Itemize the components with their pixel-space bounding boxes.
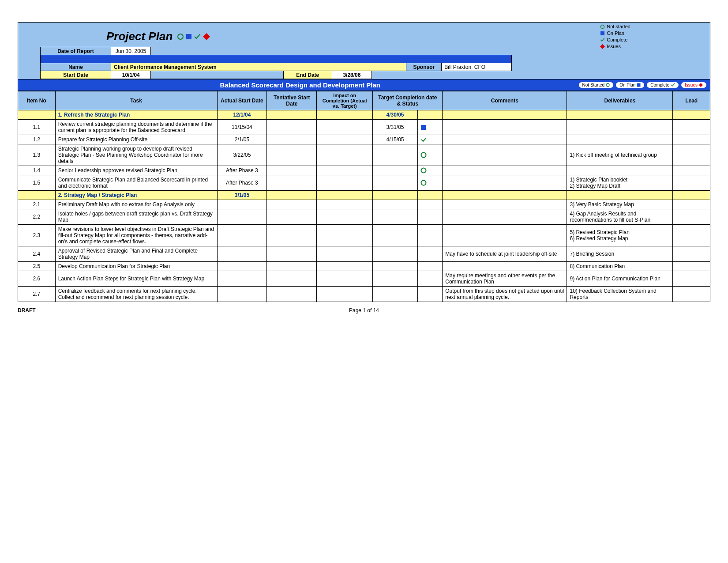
- col-lead: Lead: [673, 91, 710, 110]
- cell-deliverables: 8) Communication Plan: [567, 262, 673, 271]
- cell-status-icon: [417, 225, 442, 246]
- cell-impact: [317, 246, 373, 262]
- cell-lead: [673, 120, 710, 135]
- cell-deliverables: [567, 166, 673, 175]
- table-row: 2.6Launch Action Plan Steps for Strategi…: [18, 271, 710, 287]
- cell-status-icon: [417, 144, 442, 166]
- blue-separator: [41, 55, 512, 63]
- cell-task: Communicate Strategic Plan and Balanced …: [55, 175, 217, 191]
- cell-target-date: [373, 287, 418, 302]
- cell-target-date: [373, 225, 418, 246]
- cell-comments: [443, 175, 567, 191]
- cell-deliverables: 1) Kick off meeting of technical group: [567, 144, 673, 166]
- cell-status-icon: [417, 175, 442, 191]
- pill-issues: Issues: [681, 82, 706, 88]
- cell-item-no: 1.4: [18, 166, 56, 175]
- section-title: Balanced Scorecard Design and Developmen…: [22, 81, 579, 89]
- col-impact: Impact on Completion (Actual vs. Target): [317, 91, 373, 110]
- cell-actual-start: [217, 200, 267, 209]
- svg-marker-8: [699, 83, 703, 87]
- cell-impact: [317, 271, 373, 287]
- section-target: [373, 191, 418, 200]
- table-row: 1.2Prepare for Strategic Planning Off-si…: [18, 135, 710, 144]
- cell-actual-start: After Phase 3: [217, 175, 267, 191]
- cell-status-icon: [417, 271, 442, 287]
- cell-item-no: 2.6: [18, 271, 56, 287]
- cell-status-icon: [417, 287, 442, 302]
- svg-point-6: [606, 83, 609, 87]
- cell-impact: [317, 166, 373, 175]
- cell-tentative-start: [267, 120, 317, 135]
- cell-comments: [443, 262, 567, 271]
- cell-lead: [673, 209, 710, 225]
- square-icon: [186, 34, 192, 40]
- cell-lead: [673, 262, 710, 271]
- meta-block: Date of Report Jun 30, 2005 Name Client …: [40, 47, 710, 79]
- cell-task: Make revisions to lower level objectives…: [55, 225, 217, 246]
- table-row: 2.5Develop Communication Plan for Strate…: [18, 262, 710, 271]
- cell-task: Approval of Revised Strategic Plan and F…: [55, 246, 217, 262]
- pill-not-started: Not Started: [579, 82, 614, 88]
- table-row: 1.3Strategic Planning working group to d…: [18, 144, 710, 166]
- legend-not-started: Not started: [600, 23, 630, 30]
- svg-rect-9: [421, 125, 426, 130]
- circle-icon: [177, 33, 184, 40]
- cell-item-no: 2.2: [18, 209, 56, 225]
- section-label: 2. Strategy Map / Strategic Plan: [55, 191, 217, 200]
- start-date-label: Start Date: [41, 71, 111, 79]
- cell-tentative-start: [267, 175, 317, 191]
- section-actual-start: 12/1/04: [217, 110, 267, 120]
- cell-target-date: [373, 175, 418, 191]
- cell-deliverables: 9) Action Plan for Communication Plan: [567, 271, 673, 287]
- legend-not-started-label: Not started: [607, 23, 630, 30]
- col-comments: Comments: [443, 91, 567, 110]
- col-item-no: Item No: [18, 91, 56, 110]
- cell-lead: [673, 287, 710, 302]
- cell-status-icon: [417, 246, 442, 262]
- cell-item-no: 2.5: [18, 262, 56, 271]
- cell-comments: [443, 209, 567, 225]
- cell-actual-start: After Phase 3: [217, 166, 267, 175]
- project-grid: Item No Task Actual Start Date Tentative…: [18, 91, 710, 302]
- cell-impact: [317, 120, 373, 135]
- svg-marker-2: [203, 33, 210, 40]
- section-header-row: 2. Strategy Map / Strategic Plan3/1/05: [18, 191, 710, 200]
- table-row: 1.4Senior Leadership approves revised St…: [18, 166, 710, 175]
- cell-target-date: [373, 209, 418, 225]
- title-status-icons: [177, 33, 210, 41]
- cell-status-icon: [417, 262, 442, 271]
- cell-tentative-start: [267, 135, 317, 144]
- footer: DRAFT Page 1 of 14: [18, 307, 710, 314]
- table-row: 2.7Centralize feedback and comments for …: [18, 287, 710, 302]
- svg-point-3: [601, 25, 604, 29]
- cell-lead: [673, 166, 710, 175]
- cell-impact: [317, 262, 373, 271]
- svg-rect-4: [600, 31, 604, 35]
- cell-status-icon: [417, 120, 442, 135]
- cell-deliverables: 5) Revised Strategic Plan6) Revised Stra…: [567, 225, 673, 246]
- cell-status-icon: [417, 135, 442, 144]
- cell-target-date: [373, 144, 418, 166]
- cell-deliverables: 3) Very Basic Strategy Map: [567, 200, 673, 209]
- svg-point-11: [421, 168, 426, 173]
- col-deliverables: Deliverables: [567, 91, 673, 110]
- cell-item-no: 2.3: [18, 225, 56, 246]
- cell-task: Launch Action Plan Steps for Strategic P…: [55, 271, 217, 287]
- cell-item-no: 1.1: [18, 120, 56, 135]
- cell-lead: [673, 200, 710, 209]
- cell-deliverables: 4) Gap Analysis Results and recommendati…: [567, 209, 673, 225]
- cell-lead: [673, 144, 710, 166]
- table-row: 2.2Isolate holes / gaps between draft st…: [18, 209, 710, 225]
- cell-lead: [673, 246, 710, 262]
- end-date-value: 3/28/06: [332, 71, 372, 79]
- cell-lead: [673, 135, 710, 144]
- table-row: 2.3Make revisions to lower level objecti…: [18, 225, 710, 246]
- cell-actual-start: 2/1/05: [217, 135, 267, 144]
- cell-comments: May have to schedule at joint leadership…: [443, 246, 567, 262]
- legend: Not started On Plan Complete Issues: [600, 23, 630, 50]
- cell-tentative-start: [267, 271, 317, 287]
- cell-tentative-start: [267, 287, 317, 302]
- cell-task: Prepare for Strategic Planning Off-site: [55, 135, 217, 144]
- cell-comments: [443, 144, 567, 166]
- cell-deliverables: 1) Strategic Plan booklet2) Strategy Map…: [567, 175, 673, 191]
